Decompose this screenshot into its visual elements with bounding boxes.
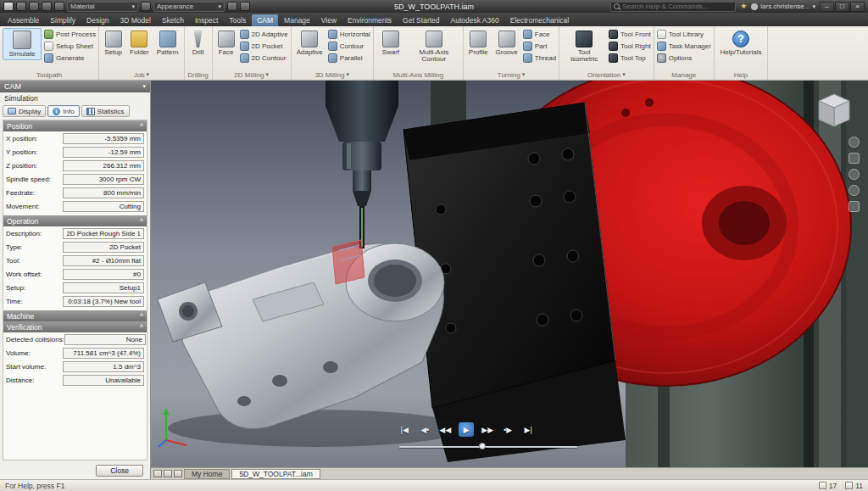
swarf-button[interactable]: Swarf [376,28,405,59]
contour-3d-button[interactable]: Contour [328,41,370,52]
material-browser-icon[interactable] [141,2,151,11]
doc-tab-my-home[interactable]: My Home [184,469,230,479]
collapse-icon[interactable]: ^ [140,323,143,332]
print-icon[interactable] [54,2,64,11]
ribbon-group-label-manage[interactable]: Manage [654,70,714,80]
menu-tab-inspect[interactable]: Inspect [190,14,223,26]
tool-isometric-button[interactable]: Tool Isometric [562,28,606,66]
turning-thread-button[interactable]: Thread [523,53,556,64]
drill-button[interactable]: Drill [187,28,209,59]
setup-button[interactable]: Setup [102,28,125,59]
doc-tab-toolpath-iam[interactable]: 5D_W_TOOLPAT...iam [231,469,320,479]
menu-tab-3d-model[interactable]: 3D Model [115,14,156,26]
menu-tab-sketch[interactable]: Sketch [157,14,189,26]
tab-info[interactable]: i Info [47,105,79,117]
tool-right-button[interactable]: Tool Right [609,41,651,52]
menu-tab-manage[interactable]: Manage [279,14,315,26]
ribbon-group-label-help[interactable]: Help [715,70,767,80]
section-header-verification[interactable]: Verification ^ [3,321,147,332]
collapse-icon[interactable]: ^ [140,122,143,131]
menu-tab-electromechanical[interactable]: Electromechanical [505,14,574,26]
section-header-operation[interactable]: Operation ^ [3,215,147,226]
switch-windows-icon[interactable] [174,470,182,477]
full-navigation-wheel-icon[interactable] [849,137,860,148]
skip-to-end-button[interactable]: ▶| [521,423,535,436]
ribbon-group-label-multi-axis[interactable]: Multi-Axis Milling [374,70,463,80]
ribbon-group-label-2d-milling[interactable]: 2D Milling ▾ [213,70,291,80]
menu-tab-assemble[interactable]: Assemble [3,14,44,26]
appearance-dropdown[interactable]: Appearance ▾ [153,2,225,12]
redo-icon[interactable] [42,2,52,11]
look-at-icon[interactable] [849,201,860,212]
menu-tab-design[interactable]: Design [81,14,114,26]
tool-front-button[interactable]: Tool Front [609,29,651,40]
rewind-button[interactable]: ◀◀ [438,423,452,436]
2d-contour-button[interactable]: 2D Contour [240,53,288,64]
menu-tab-view[interactable]: View [316,14,342,26]
pattern-button[interactable]: Pattern [154,28,181,59]
fast-forward-button[interactable]: ▶▶ [481,423,494,436]
setup-sheet-button[interactable]: Setup Sheet [44,41,96,52]
search-input[interactable] [622,3,732,10]
collapse-icon[interactable]: ^ [140,312,143,321]
panel-menu-arrow-icon[interactable]: ▾ [142,83,146,90]
simulate-button[interactable]: Simulate [3,28,42,60]
2d-pocket-button[interactable]: 2D Pocket [240,41,288,52]
2d-adaptive-button[interactable]: 2D Adaptive [240,29,288,40]
options-button[interactable]: Options [657,53,711,64]
ribbon-group-label-toolpath[interactable]: Toolpath [0,70,98,80]
favorites-star-icon[interactable]: ★ [740,3,747,10]
menu-tab-cam[interactable]: CAM [252,14,278,26]
tool-library-button[interactable]: Tool Library [657,29,711,40]
quick-access-overflow-icon[interactable] [240,2,250,11]
section-header-position[interactable]: Position ^ [3,120,147,131]
play-button[interactable]: ▶ [459,422,474,437]
menu-tab-tools[interactable]: Tools [224,14,251,26]
menu-tab-simplify[interactable]: Simplify [45,14,81,26]
step-back-button[interactable]: ◀• [418,423,431,436]
close-button[interactable]: Close [96,465,143,477]
simulation-progress-slider[interactable] [399,443,577,450]
menu-tab-environments[interactable]: Environments [342,14,397,26]
profile-button[interactable]: Profile [466,28,491,59]
generate-button[interactable]: Generate [44,53,96,64]
menu-tab-autodesk-a360[interactable]: Autodesk A360 [446,14,504,26]
tile-windows-icon[interactable] [164,470,172,477]
undo-icon[interactable] [29,2,39,11]
zoom-icon[interactable] [849,169,860,180]
tool-top-button[interactable]: Tool Top [609,53,651,64]
collapse-icon[interactable]: ^ [140,217,143,226]
face-2d-button[interactable]: Face [215,28,237,59]
orbit-icon[interactable] [849,185,860,196]
tab-statistics[interactable]: Statistics [81,105,130,117]
3d-scene[interactable] [151,81,868,467]
post-process-button[interactable]: Post Process [44,29,96,40]
groove-button[interactable]: Groove [493,28,520,59]
turning-part-button[interactable]: Part [523,41,556,52]
ribbon-group-label-3d-milling[interactable]: 3D Milling ▾ [292,70,373,80]
turning-face-button[interactable]: Face [523,29,556,40]
3d-viewport[interactable]: |◀ ◀• ◀◀ ▶ ▶▶ •▶ ▶| [151,81,868,467]
appearance-adjust-icon[interactable] [227,2,237,11]
ribbon-group-label-job[interactable]: Job ▾ [99,70,183,80]
help-tutorials-button[interactable]: ? Help/Tutorials [717,28,765,59]
multi-axis-contour-button[interactable]: Multi-Axis Contour [408,28,460,66]
pan-icon[interactable] [849,153,860,164]
folder-button[interactable]: Folder [127,28,152,59]
maximize-button[interactable]: □ [835,2,849,12]
horizontal-button[interactable]: Horizontal [328,29,370,40]
material-dropdown[interactable]: Material ▾ [67,2,138,12]
minimize-button[interactable]: – [820,2,834,12]
help-search-box[interactable] [610,2,736,12]
signed-in-user[interactable]: lars.christense... ▾ [751,3,815,10]
parallel-button[interactable]: Parallel [328,53,370,64]
step-forward-button[interactable]: •▶ [501,423,515,436]
panel-title-bar[interactable]: CAM ▾ [0,81,150,92]
save-icon[interactable] [16,2,26,11]
tab-display[interactable]: Display [3,105,46,117]
cascade-windows-icon[interactable] [153,470,162,477]
ribbon-group-label-orientation[interactable]: Orientation ▾ [559,70,654,80]
menu-tab-get-started[interactable]: Get Started [398,14,444,26]
view-cube[interactable] [812,87,856,131]
skip-to-start-button[interactable]: |◀ [398,423,411,436]
